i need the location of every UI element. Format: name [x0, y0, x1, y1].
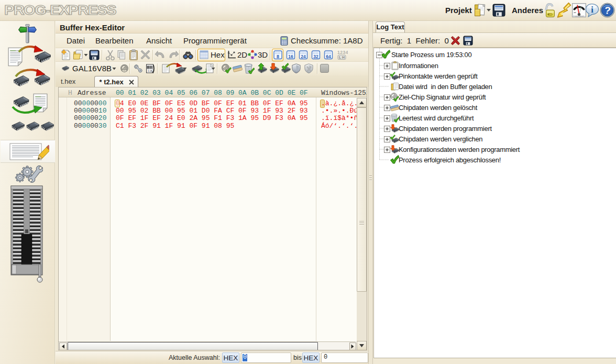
svg-text:8: 8: [277, 54, 279, 59]
svg-text:L H: L H: [339, 56, 345, 59]
svg-text:16: 16: [288, 54, 293, 59]
svg-text:32: 32: [313, 54, 318, 59]
svg-text:24: 24: [301, 54, 306, 59]
svg-text:?: ?: [604, 5, 611, 16]
svg-text:64: 64: [326, 54, 331, 59]
svg-text:1234: 1234: [337, 50, 348, 55]
svg-text:PROG-EXPRESS: PROG-EXPRESS: [4, 2, 118, 18]
svg-text:3.14: 3.14: [148, 70, 152, 72]
svg-text:i: i: [591, 5, 593, 15]
